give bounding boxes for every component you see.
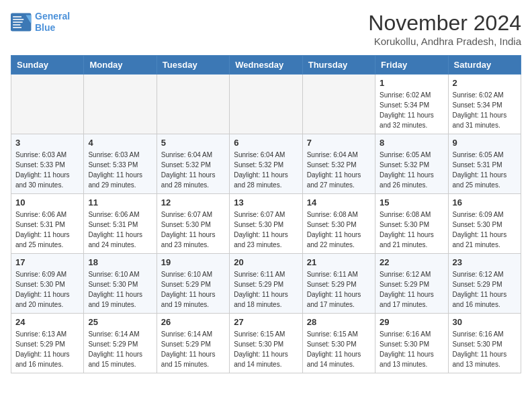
title-block: November 2024 Korukollu, Andhra Pradesh,… xyxy=(368,11,521,47)
day-number: 3 xyxy=(15,138,79,148)
day-header-monday: Monday xyxy=(84,56,157,75)
day-info: Sunrise: 6:07 AM Sunset: 5:30 PM Dayligh… xyxy=(234,210,298,250)
day-header-friday: Friday xyxy=(375,56,448,75)
calendar-day-4: 4Sunrise: 6:03 AM Sunset: 5:33 PM Daylig… xyxy=(84,134,157,194)
calendar-day-30: 30Sunrise: 6:16 AM Sunset: 5:30 PM Dayli… xyxy=(448,314,521,373)
day-info: Sunrise: 6:06 AM Sunset: 5:31 PM Dayligh… xyxy=(88,210,152,250)
day-number: 13 xyxy=(234,197,298,208)
day-header-sunday: Sunday xyxy=(11,56,84,75)
logo: General Blue xyxy=(11,11,70,34)
calendar-day-11: 11Sunrise: 6:06 AM Sunset: 5:31 PM Dayli… xyxy=(84,194,157,254)
logo-icon xyxy=(11,13,32,32)
day-number: 22 xyxy=(380,257,443,267)
calendar-day-16: 16Sunrise: 6:09 AM Sunset: 5:30 PM Dayli… xyxy=(448,194,521,254)
day-header-wednesday: Wednesday xyxy=(230,56,302,75)
day-info: Sunrise: 6:03 AM Sunset: 5:33 PM Dayligh… xyxy=(88,150,152,190)
calendar-day-29: 29Sunrise: 6:16 AM Sunset: 5:30 PM Dayli… xyxy=(375,314,448,373)
day-info: Sunrise: 6:04 AM Sunset: 5:32 PM Dayligh… xyxy=(307,150,371,190)
calendar-week-row: 24Sunrise: 6:13 AM Sunset: 5:29 PM Dayli… xyxy=(11,314,521,373)
calendar-week-row: 3Sunrise: 6:03 AM Sunset: 5:33 PM Daylig… xyxy=(11,134,521,194)
day-header-tuesday: Tuesday xyxy=(157,56,229,75)
calendar-day-24: 24Sunrise: 6:13 AM Sunset: 5:29 PM Dayli… xyxy=(11,314,84,373)
page-header: General Blue November 2024 Korukollu, An… xyxy=(11,11,521,47)
day-number: 11 xyxy=(88,197,152,208)
day-number: 17 xyxy=(15,257,79,267)
calendar-day-17: 17Sunrise: 6:09 AM Sunset: 5:30 PM Dayli… xyxy=(11,254,84,314)
day-number: 16 xyxy=(453,197,517,208)
calendar-day-18: 18Sunrise: 6:10 AM Sunset: 5:30 PM Dayli… xyxy=(84,254,157,314)
calendar-table: SundayMondayTuesdayWednesdayThursdayFrid… xyxy=(11,55,521,373)
day-info: Sunrise: 6:05 AM Sunset: 5:32 PM Dayligh… xyxy=(380,150,443,190)
day-number: 19 xyxy=(161,257,225,267)
day-info: Sunrise: 6:10 AM Sunset: 5:29 PM Dayligh… xyxy=(161,269,225,310)
calendar-day-23: 23Sunrise: 6:12 AM Sunset: 5:29 PM Dayli… xyxy=(448,254,521,314)
day-header-thursday: Thursday xyxy=(302,56,375,75)
day-number: 1 xyxy=(380,78,443,88)
day-info: Sunrise: 6:11 AM Sunset: 5:29 PM Dayligh… xyxy=(307,269,371,310)
day-info: Sunrise: 6:04 AM Sunset: 5:32 PM Dayligh… xyxy=(161,150,225,190)
calendar-day-13: 13Sunrise: 6:07 AM Sunset: 5:30 PM Dayli… xyxy=(230,194,302,254)
calendar-empty-cell xyxy=(84,75,157,134)
day-info: Sunrise: 6:05 AM Sunset: 5:31 PM Dayligh… xyxy=(453,150,517,190)
location: Korukollu, Andhra Pradesh, India xyxy=(368,36,521,47)
day-number: 5 xyxy=(161,138,225,148)
day-number: 18 xyxy=(88,257,152,267)
calendar-day-28: 28Sunrise: 6:15 AM Sunset: 5:30 PM Dayli… xyxy=(302,314,375,373)
day-info: Sunrise: 6:10 AM Sunset: 5:30 PM Dayligh… xyxy=(88,269,152,310)
day-info: Sunrise: 6:03 AM Sunset: 5:33 PM Dayligh… xyxy=(15,150,79,190)
calendar-day-12: 12Sunrise: 6:07 AM Sunset: 5:30 PM Dayli… xyxy=(157,194,229,254)
svg-rect-2 xyxy=(13,16,21,17)
svg-rect-4 xyxy=(13,21,22,23)
calendar-day-21: 21Sunrise: 6:11 AM Sunset: 5:29 PM Dayli… xyxy=(302,254,375,314)
svg-rect-6 xyxy=(13,27,21,28)
day-number: 4 xyxy=(88,138,152,148)
day-number: 14 xyxy=(307,197,371,208)
day-number: 10 xyxy=(15,197,79,208)
calendar-week-row: 1Sunrise: 6:02 AM Sunset: 5:34 PM Daylig… xyxy=(11,75,521,134)
day-number: 6 xyxy=(234,138,298,148)
day-number: 15 xyxy=(380,197,443,208)
day-info: Sunrise: 6:02 AM Sunset: 5:34 PM Dayligh… xyxy=(453,90,517,130)
calendar-empty-cell xyxy=(11,75,84,134)
day-info: Sunrise: 6:07 AM Sunset: 5:30 PM Dayligh… xyxy=(161,210,225,250)
day-number: 27 xyxy=(234,317,298,327)
day-number: 25 xyxy=(88,317,152,327)
calendar-empty-cell xyxy=(302,75,375,134)
day-info: Sunrise: 6:13 AM Sunset: 5:29 PM Dayligh… xyxy=(15,329,79,369)
day-info: Sunrise: 6:08 AM Sunset: 5:30 PM Dayligh… xyxy=(307,210,371,250)
calendar-day-1: 1Sunrise: 6:02 AM Sunset: 5:34 PM Daylig… xyxy=(375,75,448,134)
calendar-day-2: 2Sunrise: 6:02 AM Sunset: 5:34 PM Daylig… xyxy=(448,75,521,134)
calendar-day-10: 10Sunrise: 6:06 AM Sunset: 5:31 PM Dayli… xyxy=(11,194,84,254)
day-number: 7 xyxy=(307,138,371,148)
calendar-day-7: 7Sunrise: 6:04 AM Sunset: 5:32 PM Daylig… xyxy=(302,134,375,194)
day-number: 28 xyxy=(307,317,371,327)
logo-text: General Blue xyxy=(35,11,70,34)
day-info: Sunrise: 6:02 AM Sunset: 5:34 PM Dayligh… xyxy=(380,90,443,130)
day-info: Sunrise: 6:14 AM Sunset: 5:29 PM Dayligh… xyxy=(161,329,225,369)
day-number: 12 xyxy=(161,197,225,208)
calendar-week-row: 17Sunrise: 6:09 AM Sunset: 5:30 PM Dayli… xyxy=(11,254,521,314)
day-info: Sunrise: 6:12 AM Sunset: 5:29 PM Dayligh… xyxy=(453,269,517,310)
day-info: Sunrise: 6:11 AM Sunset: 5:29 PM Dayligh… xyxy=(234,269,298,310)
calendar-day-25: 25Sunrise: 6:14 AM Sunset: 5:29 PM Dayli… xyxy=(84,314,157,373)
svg-rect-3 xyxy=(13,19,24,20)
calendar-day-20: 20Sunrise: 6:11 AM Sunset: 5:29 PM Dayli… xyxy=(230,254,302,314)
svg-rect-5 xyxy=(13,24,20,26)
calendar-day-14: 14Sunrise: 6:08 AM Sunset: 5:30 PM Dayli… xyxy=(302,194,375,254)
calendar-day-26: 26Sunrise: 6:14 AM Sunset: 5:29 PM Dayli… xyxy=(157,314,229,373)
day-header-saturday: Saturday xyxy=(448,56,521,75)
month-title: November 2024 xyxy=(368,11,521,36)
calendar-day-3: 3Sunrise: 6:03 AM Sunset: 5:33 PM Daylig… xyxy=(11,134,84,194)
calendar-day-27: 27Sunrise: 6:15 AM Sunset: 5:30 PM Dayli… xyxy=(230,314,302,373)
day-info: Sunrise: 6:06 AM Sunset: 5:31 PM Dayligh… xyxy=(15,210,79,250)
day-info: Sunrise: 6:08 AM Sunset: 5:30 PM Dayligh… xyxy=(380,210,443,250)
day-number: 20 xyxy=(234,257,298,267)
day-number: 24 xyxy=(15,317,79,327)
calendar-day-5: 5Sunrise: 6:04 AM Sunset: 5:32 PM Daylig… xyxy=(157,134,229,194)
day-number: 2 xyxy=(453,78,517,88)
day-number: 30 xyxy=(453,317,517,327)
day-number: 23 xyxy=(453,257,517,267)
day-info: Sunrise: 6:15 AM Sunset: 5:30 PM Dayligh… xyxy=(307,329,371,369)
calendar-day-15: 15Sunrise: 6:08 AM Sunset: 5:30 PM Dayli… xyxy=(375,194,448,254)
day-info: Sunrise: 6:15 AM Sunset: 5:30 PM Dayligh… xyxy=(234,329,298,369)
